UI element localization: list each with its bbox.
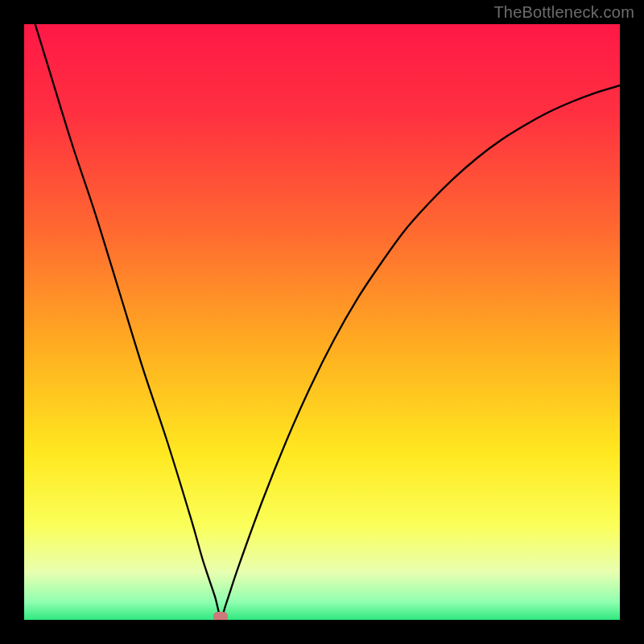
optimal-point-marker [213,612,228,620]
chart-frame: TheBottleneck.com [0,0,644,644]
watermark-text: TheBottleneck.com [493,3,634,22]
bottleneck-curve [24,24,620,620]
plot-area [24,24,620,620]
